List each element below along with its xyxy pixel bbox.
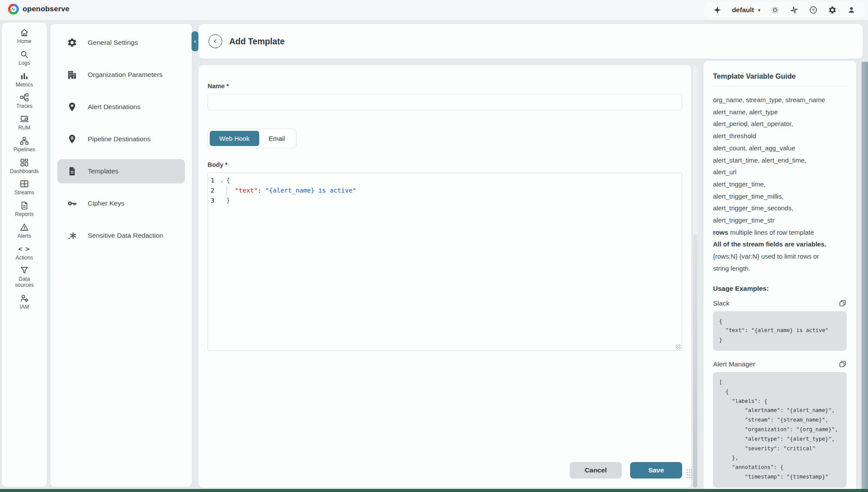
template-name-input[interactable] bbox=[208, 94, 682, 110]
map-pin-icon bbox=[67, 102, 77, 112]
sidebar-item-alerts[interactable]: Alerts bbox=[3, 223, 45, 239]
guide-line: alert_trigger_time_millis, bbox=[713, 190, 847, 203]
sidebar-item-reports[interactable]: Reports bbox=[3, 201, 45, 218]
settings-gear-icon[interactable] bbox=[828, 6, 837, 14]
code-brackets-icon: < > bbox=[18, 244, 30, 254]
add-template-form: Name * Web Hook Email Body * 1 ⌄ { 2 "te… bbox=[198, 65, 691, 488]
sidebar-item-traces[interactable]: Traces bbox=[3, 93, 45, 110]
hierarchy-icon bbox=[20, 136, 29, 146]
guide-scrollbar[interactable] bbox=[861, 62, 868, 489]
app-window: openobserve default ▾ bbox=[0, 0, 868, 492]
openobserve-logo-icon bbox=[8, 3, 19, 15]
redaction-asterisk-icon bbox=[67, 230, 77, 241]
scrollbar-thumb[interactable] bbox=[693, 234, 697, 488]
copy-icon[interactable] bbox=[838, 360, 847, 369]
sidebar-item-data-sources[interactable]: Data sources bbox=[3, 266, 45, 289]
document-icon bbox=[20, 201, 29, 210]
guide-line: alert_name, alert_type bbox=[713, 106, 847, 118]
main-scrollbar[interactable] bbox=[693, 65, 697, 488]
guide-line: All of the stream fields are variables. bbox=[713, 238, 847, 250]
panel-resize-handle[interactable] bbox=[686, 469, 693, 480]
fold-chevron-icon[interactable]: ⌄ bbox=[218, 176, 226, 186]
guide-line: alert_period, alert_operator, bbox=[713, 118, 847, 130]
profile-icon[interactable] bbox=[847, 6, 856, 14]
guide-line: alert_url bbox=[713, 166, 847, 178]
org-selector-value: default bbox=[732, 6, 754, 14]
copy-icon[interactable] bbox=[838, 299, 847, 308]
example-label-slack: Slack bbox=[713, 299, 729, 307]
topbar-actions: default ▾ ? bbox=[704, 2, 865, 18]
tab-email[interactable]: Email bbox=[259, 131, 295, 146]
editor-line: 3 } bbox=[208, 196, 682, 206]
svg-text:?: ? bbox=[812, 8, 815, 12]
topbar: openobserve default ▾ bbox=[0, 0, 868, 20]
settings-nav-templates[interactable]: Templates bbox=[57, 159, 185, 183]
cancel-button[interactable]: Cancel bbox=[570, 462, 622, 479]
sidebar-item-pipelines[interactable]: Pipelines bbox=[3, 136, 45, 153]
editor-line: 1 ⌄ { bbox=[208, 176, 682, 186]
chevron-down-icon: ▾ bbox=[758, 7, 760, 13]
back-button[interactable] bbox=[208, 34, 222, 48]
map-pin-user-icon bbox=[67, 134, 77, 144]
body-code-editor[interactable]: 1 ⌄ { 2 "text": "{alert_name} is active"… bbox=[208, 173, 682, 351]
home-icon bbox=[20, 28, 29, 37]
save-button[interactable]: Save bbox=[630, 462, 682, 479]
sidebar-item-dashboards[interactable]: Dashboards bbox=[3, 158, 45, 175]
building-icon bbox=[67, 70, 77, 80]
main-sidebar: Home Logs Metrics Traces RUM Pipelines D… bbox=[2, 23, 47, 487]
destination-type-tabs: Web Hook Email bbox=[208, 129, 297, 148]
example-label-alert-manager: Alert Manager bbox=[713, 360, 755, 368]
org-selector[interactable]: default ▾ bbox=[732, 6, 760, 14]
guide-line: rows multiple lines of row template bbox=[713, 226, 847, 239]
editor-resize-handle[interactable] bbox=[676, 344, 681, 349]
laptop-icon bbox=[20, 114, 29, 124]
name-label: Name * bbox=[208, 83, 682, 90]
settings-sidebar: General Settings Organization Parameters… bbox=[50, 24, 192, 487]
collapse-icon: ‹ bbox=[194, 38, 196, 44]
form-actions: Cancel Save bbox=[570, 462, 682, 479]
settings-nav-cipher-keys[interactable]: Cipher Keys bbox=[57, 191, 185, 216]
settings-nav-pipeline-destinations[interactable]: Pipeline Destinations bbox=[57, 127, 185, 151]
editor-line: 2 "text": "{alert_name} is active" bbox=[208, 186, 682, 196]
guide-line: alert_start_time, alert_end_time, bbox=[713, 154, 847, 166]
settings-nav-sensitive-data-redaction[interactable]: Sensitive Data Redaction bbox=[57, 223, 185, 248]
warning-triangle-icon bbox=[20, 223, 29, 232]
guide-line: alert_threshold bbox=[713, 130, 847, 142]
key-icon bbox=[67, 198, 77, 209]
bottom-accent-bar bbox=[0, 489, 868, 492]
help-icon[interactable]: ? bbox=[809, 6, 818, 14]
guide-line: alert_trigger_time_str bbox=[713, 214, 847, 226]
bar-chart-icon bbox=[20, 71, 29, 81]
divider bbox=[713, 86, 847, 86]
example-alert-manager-header: Alert Manager bbox=[713, 360, 847, 369]
sidebar-item-streams[interactable]: Streams bbox=[3, 179, 45, 196]
guide-line: {rows:N} {var:N} used to limit rows or bbox=[713, 250, 847, 263]
guide-line: alert_count, alert_agg_value bbox=[713, 142, 847, 154]
search-icon bbox=[20, 50, 29, 59]
ai-sparkle-icon[interactable] bbox=[713, 6, 722, 14]
settings-nav-organization-parameters[interactable]: Organization Parameters bbox=[57, 63, 185, 87]
page-header: Add Template bbox=[198, 24, 863, 59]
sidebar-item-iam[interactable]: IAM bbox=[3, 293, 45, 310]
guide-line: string length. bbox=[713, 263, 847, 275]
alert-manager-example-code: [ { "labels": { "alertname": "{alert_nam… bbox=[713, 372, 847, 488]
funnel-icon bbox=[20, 266, 29, 275]
slack-icon[interactable] bbox=[790, 6, 799, 14]
brand-logo[interactable]: openobserve bbox=[8, 3, 69, 15]
sidebar-item-rum[interactable]: RUM bbox=[3, 114, 45, 131]
sidebar-item-home[interactable]: Home bbox=[3, 28, 45, 45]
guide-title: Template Variable Guide bbox=[713, 72, 847, 80]
sidebar-item-metrics[interactable]: Metrics bbox=[3, 71, 45, 88]
settings-nav-general-settings[interactable]: General Settings bbox=[57, 30, 185, 55]
settings-nav-alert-destinations[interactable]: Alert Destinations bbox=[57, 95, 185, 119]
file-icon bbox=[67, 166, 77, 176]
gear-icon bbox=[67, 37, 77, 48]
sidebar-item-actions[interactable]: < > Actions bbox=[3, 244, 45, 261]
theme-toggle-icon[interactable] bbox=[771, 6, 779, 14]
dashboard-icon bbox=[20, 158, 29, 167]
sidebar-collapse-handle[interactable]: ‹ bbox=[191, 31, 198, 51]
sidebar-item-logs[interactable]: Logs bbox=[3, 50, 45, 66]
tab-web-hook[interactable]: Web Hook bbox=[210, 131, 259, 146]
indent-guide bbox=[227, 186, 233, 194]
guide-line: alert_trigger_time, bbox=[713, 178, 847, 190]
